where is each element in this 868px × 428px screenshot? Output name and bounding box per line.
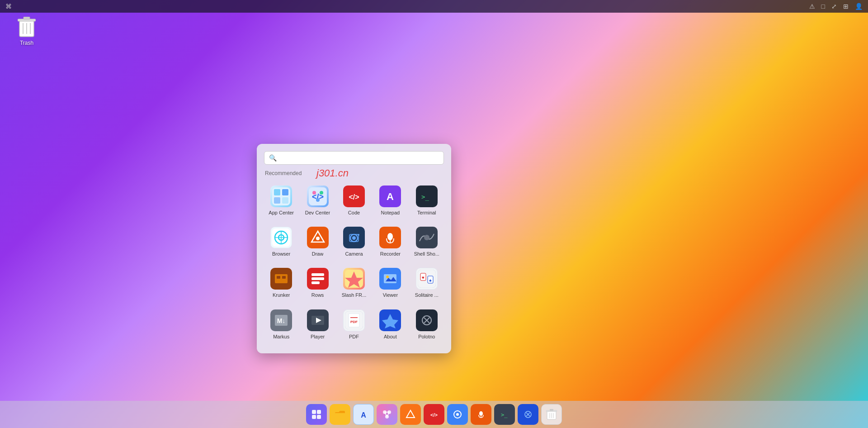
taskbar-terminal[interactable]: >_: [494, 404, 515, 425]
code-label: Code: [348, 210, 360, 216]
svg-text:PDF: PDF: [350, 320, 358, 324]
fullscreen-icon[interactable]: ⤢: [831, 3, 837, 10]
grid-icon[interactable]: ⊞: [843, 3, 849, 10]
section-label: Recommended: [264, 170, 444, 176]
krunker-icon: [270, 268, 292, 290]
player-label: Player: [311, 334, 325, 340]
taskbar-settings[interactable]: [447, 404, 468, 425]
svg-rect-74: [312, 410, 316, 414]
taskbar-polotno[interactable]: [518, 404, 538, 425]
topbar-right: ⚠ □ ⤢ ⊞ 👤: [809, 3, 863, 10]
browser-icon: [270, 227, 292, 248]
rows-icon: [307, 268, 329, 290]
app-item-about[interactable]: About: [373, 305, 407, 344]
svg-text:>_: >_: [501, 412, 508, 418]
svg-rect-45: [311, 273, 324, 276]
svg-text:>_: >_: [421, 193, 429, 201]
taskbar-connect[interactable]: [377, 404, 397, 425]
search-bar[interactable]: 🔍: [264, 151, 444, 165]
slashfr-label: Slash FR...: [342, 292, 366, 298]
draw-label: Draw: [312, 251, 324, 257]
svg-text:♥: ♥: [422, 275, 425, 280]
taskbar-appmenu[interactable]: [306, 404, 327, 425]
taskbar-design[interactable]: [400, 404, 421, 425]
app-item-recorder[interactable]: Recorder: [373, 222, 407, 262]
solitaire-icon: ♥ ♠: [416, 268, 438, 290]
app-item-markus[interactable]: M↓ Markus: [264, 305, 298, 344]
app-item-code[interactable]: </> Code: [337, 181, 371, 220]
taskbar-files[interactable]: [330, 404, 350, 425]
trash-desktop-icon[interactable]: Trash: [11, 16, 42, 46]
svg-point-94: [456, 413, 459, 416]
svg-text:M↓: M↓: [277, 317, 286, 324]
window-icon[interactable]: □: [821, 3, 825, 10]
taskbar-trash[interactable]: [541, 404, 562, 425]
trash-label: Trash: [20, 40, 33, 46]
search-input[interactable]: [279, 154, 439, 162]
solitaire-label: Solitaire ...: [415, 292, 439, 298]
user-icon[interactable]: 👤: [855, 3, 863, 10]
pdf-icon: PDF: [343, 309, 365, 331]
app-item-appcenter[interactable]: App Center: [264, 181, 298, 220]
system-menu-icon[interactable]: ⌘: [5, 3, 12, 10]
svg-point-52: [386, 276, 389, 278]
svg-text:A: A: [387, 191, 394, 202]
app-item-player[interactable]: Player: [300, 305, 335, 344]
app-item-polotno[interactable]: Polotno: [410, 305, 444, 344]
app-item-slashfr[interactable]: Slash FR...: [337, 263, 371, 303]
svg-text:♠: ♠: [429, 278, 432, 283]
app-item-camera[interactable]: Camera: [337, 222, 371, 262]
appcenter-icon: [270, 185, 292, 207]
camera-icon: [343, 227, 365, 248]
desktop: ⌘ ⚠ □ ⤢ ⊞ 👤 Trash j301.cn 🔍: [0, 0, 868, 428]
svg-rect-10: [282, 197, 288, 204]
warning-icon[interactable]: ⚠: [809, 3, 815, 10]
draw-icon: [307, 227, 329, 248]
app-item-krunker[interactable]: Krunker: [264, 263, 298, 303]
app-launcher: 🔍 Recommended App Center: [257, 144, 451, 353]
app-item-solitaire[interactable]: ♥ ♠ Solitaire ...: [410, 263, 444, 303]
app-item-shellshot[interactable]: Shell Sho...: [410, 222, 444, 262]
devcenter-icon: </>: [307, 185, 329, 207]
svg-point-29: [316, 237, 320, 240]
svg-rect-42: [277, 276, 280, 279]
slashfr-icon: [343, 268, 365, 290]
app-item-rows[interactable]: Rows: [300, 263, 335, 303]
svg-point-36: [387, 233, 393, 240]
app-item-devcenter[interactable]: </> Dev Center: [300, 181, 335, 220]
svg-point-32: [352, 236, 356, 240]
svg-rect-81: [381, 409, 393, 420]
svg-rect-7: [274, 189, 280, 195]
app-item-browser[interactable]: Browser: [264, 222, 298, 262]
svg-text:</>: </>: [430, 412, 438, 418]
camera-label: Camera: [345, 251, 363, 257]
taskbar-code[interactable]: </>: [424, 404, 444, 425]
svg-rect-2: [24, 17, 30, 19]
svg-point-34: [358, 234, 359, 236]
taskbar: A </>: [0, 401, 868, 428]
topbar-left: ⌘: [5, 3, 12, 10]
taskbar-recorder[interactable]: [471, 404, 491, 425]
search-icon: 🔍: [269, 154, 277, 162]
svg-rect-41: [275, 274, 288, 283]
appcenter-label: App Center: [269, 210, 294, 216]
shellshot-label: Shell Sho...: [414, 251, 439, 257]
devcenter-label: Dev Center: [305, 210, 330, 216]
terminal-label: Terminal: [417, 210, 436, 216]
trash-icon: [16, 16, 38, 38]
app-item-pdf[interactable]: PDF PDF: [337, 305, 371, 344]
app-item-terminal[interactable]: >_ Terminal: [410, 181, 444, 220]
svg-rect-77: [317, 415, 321, 419]
notepad-icon: A: [379, 185, 401, 207]
svg-rect-106: [550, 409, 553, 411]
app-item-viewer[interactable]: Viewer: [373, 263, 407, 303]
shellshot-icon: [416, 227, 438, 248]
taskbar-font[interactable]: A: [353, 404, 374, 425]
svg-point-96: [479, 411, 483, 416]
svg-point-39: [424, 235, 429, 240]
svg-rect-43: [282, 276, 286, 279]
notepad-label: Notepad: [381, 210, 400, 216]
app-item-notepad[interactable]: A Notepad: [373, 181, 407, 220]
svg-rect-47: [311, 281, 320, 284]
app-item-draw[interactable]: Draw: [300, 222, 335, 262]
